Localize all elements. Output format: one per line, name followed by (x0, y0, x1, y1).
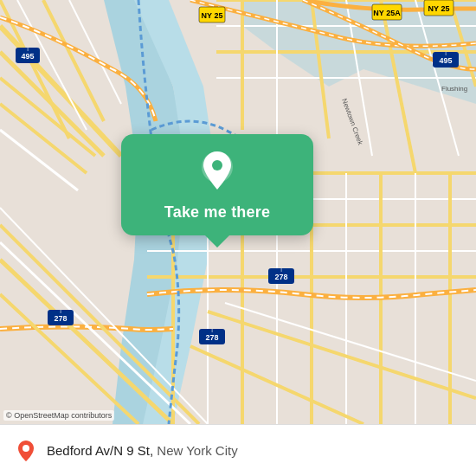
location-name: Bedford Av/N 9 St, (47, 443, 153, 458)
svg-text:NY 25A: NY 25A (373, 9, 401, 17)
map-container: 495 I NY 25 NY 25A 495 I 278 I 278 I 278… (0, 0, 476, 424)
location-pin-icon (195, 150, 240, 195)
bottom-bar: Bedford Av/N 9 St, New York City (0, 424, 476, 476)
svg-point-68 (212, 160, 222, 170)
svg-text:NY 25: NY 25 (202, 11, 223, 20)
take-me-card[interactable]: Take me there (121, 134, 313, 235)
svg-text:495: 495 (21, 52, 34, 61)
svg-text:278: 278 (54, 314, 67, 323)
osm-attribution: © OpenStreetMap contributors (3, 410, 114, 421)
location-text: Bedford Av/N 9 St, New York City (47, 443, 238, 458)
svg-text:278: 278 (205, 333, 218, 342)
take-me-label: Take me there (164, 203, 270, 222)
svg-text:NY 25: NY 25 (428, 4, 450, 13)
moovit-pin-icon (14, 439, 38, 463)
svg-text:495: 495 (439, 56, 452, 65)
svg-point-69 (23, 445, 29, 452)
svg-text:278: 278 (274, 273, 287, 281)
city-name: New York City (157, 443, 237, 458)
svg-text:Flushing: Flushing (441, 85, 467, 93)
